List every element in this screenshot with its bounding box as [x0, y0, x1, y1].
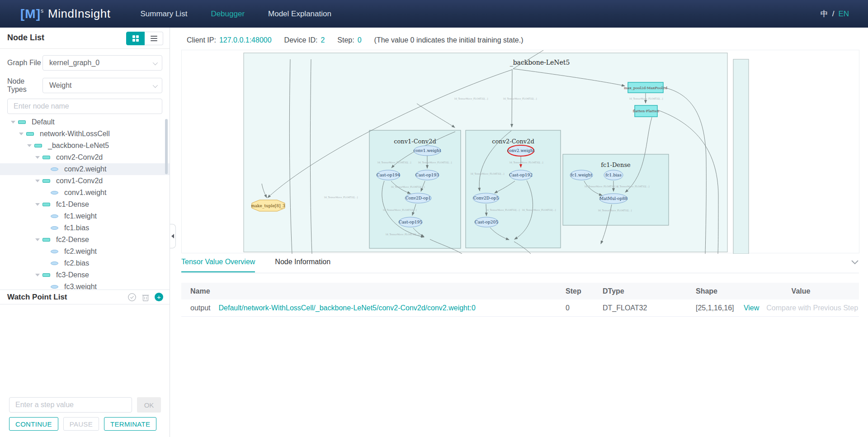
tree-view-button[interactable]: [126, 32, 145, 45]
right-scope-rect[interactable]: [733, 59, 749, 254]
tree-item-conv1-Conv2d[interactable]: conv1-Conv2d: [0, 175, 170, 187]
col-step: Step: [561, 287, 595, 295]
delete-icon[interactable]: [142, 293, 150, 302]
lang-zh[interactable]: 中: [821, 9, 828, 19]
caret-down-icon[interactable]: [27, 144, 34, 147]
tree-item-_backbone-LeNet5[interactable]: _backbone-LeNet5: [0, 140, 170, 152]
navbar: [M] s MindInsight Summary List Debugger …: [0, 0, 868, 28]
tree-item-conv2-Conv2d[interactable]: conv2-Conv2d: [0, 152, 170, 163]
tree-scrollbar-thumb[interactable]: [165, 119, 168, 174]
sidebar-collapse-handle[interactable]: [170, 224, 176, 248]
mindinsight-logo[interactable]: [M] s MindInsight: [20, 7, 110, 21]
nav-tab-summary-list[interactable]: Summary List: [128, 0, 199, 28]
caret-down-icon[interactable]: [35, 180, 42, 182]
chevron-down-icon[interactable]: [851, 260, 859, 265]
tab-tensor-value-overview[interactable]: Tensor Value Overview: [181, 258, 255, 272]
edge-label: 16_TensorMove_FLOAT32[...]: [522, 209, 556, 212]
fc1-bias-label: fc1.bias: [605, 173, 622, 177]
max-pool2d-label: max_pool2d-MaxPool2d: [624, 86, 667, 90]
tree-item-label: Default: [32, 118, 55, 126]
conv2-subgraph-label: conv2-Conv2d: [492, 138, 534, 145]
node-types-row: Node Types Weight: [7, 78, 162, 93]
edge-label: 16_TensorMove_FLOAT32[...]: [616, 185, 650, 188]
conv2d-op5-label: Conv2D-op5: [473, 196, 499, 200]
node-search-input[interactable]: [7, 99, 162, 114]
graph-file-select[interactable]: kernel_graph_0: [42, 55, 162, 71]
terminate-button[interactable]: TERMINATE: [104, 417, 156, 431]
tree-item-fc3.weight[interactable]: fc3.weight: [0, 281, 170, 290]
logo-bracket: [M]: [20, 7, 41, 21]
tree-item-network-WithLossCell[interactable]: network-WithLossCell: [0, 128, 170, 140]
graph-file-label: Graph File: [7, 59, 42, 67]
tensor-table: Name Step DType Shape Value output Defau…: [181, 283, 859, 317]
cast-op205-label: Cast-op205: [475, 220, 498, 224]
scope-node-icon: [42, 203, 50, 206]
graph-file-row: Graph File kernel_graph_0: [7, 55, 162, 71]
watch-point-header: Watch Point List +: [0, 290, 170, 304]
leaf-node-icon: [51, 191, 58, 195]
client-ip-value: 127.0.0.1:48000: [219, 36, 272, 44]
tensor-name: output: [190, 304, 210, 312]
list-view-button[interactable]: [145, 32, 163, 45]
caret-down-icon[interactable]: [35, 156, 42, 159]
tree-item-fc2.weight[interactable]: fc2.weight: [0, 246, 170, 257]
compare-previous-step-link[interactable]: Compare with Previous Step: [766, 304, 858, 312]
caret-down-icon[interactable]: [11, 121, 18, 124]
lang-en[interactable]: EN: [838, 10, 849, 19]
caret-down-icon[interactable]: [35, 238, 42, 241]
debug-controls: OK CONTINUE PAUSE TERMINATE: [0, 304, 170, 437]
edge-label: 16_TensorMove_FLOAT32[...]: [585, 185, 618, 188]
tree-item-fc1.weight[interactable]: fc1.weight: [0, 210, 170, 222]
chevron-down-icon: [153, 60, 158, 65]
conv2d-op1-label: Conv2D-op1: [406, 196, 431, 200]
cast-op193-label: Cast-op193: [415, 173, 439, 177]
tree-item-label: fc1-Dense: [56, 200, 89, 209]
tree-item-fc3-Dense[interactable]: fc3-Dense: [0, 269, 170, 281]
add-watch-point-button[interactable]: +: [155, 293, 163, 301]
tensor-node-link[interactable]: Default/network-WithLossCell/_backbone-L…: [218, 304, 475, 312]
tree-item-label: conv1.weight: [64, 189, 106, 197]
nav-tab-debugger[interactable]: Debugger: [199, 0, 256, 28]
tab-node-information[interactable]: Node Information: [275, 258, 330, 271]
pause-button[interactable]: PAUSE: [63, 417, 99, 431]
leaf-node-icon: [51, 167, 58, 171]
tree-item-conv1.weight[interactable]: conv1.weight: [0, 187, 170, 199]
fc1-weight-label: fc1.weight: [571, 173, 592, 177]
node-types-select[interactable]: Weight: [42, 78, 162, 93]
tree-item-label: conv2-Conv2d: [56, 153, 103, 162]
caret-down-icon[interactable]: [19, 133, 26, 135]
session-info-bar: Client IP: 127.0.0.1:48000 Device ID: 2 …: [187, 34, 524, 47]
caret-down-icon[interactable]: [35, 274, 42, 276]
nav-tab-model-explanation[interactable]: Model Explanation: [256, 0, 343, 28]
view-link[interactable]: View: [744, 304, 759, 312]
lang-separator: /: [832, 10, 835, 19]
step-value-input[interactable]: [9, 397, 132, 413]
tree-item-fc2-Dense[interactable]: fc2-Dense: [0, 234, 170, 246]
edge-label: 16_TensorMove_FLOAT32[...]: [377, 161, 411, 164]
tree-item-label: fc3-Dense: [56, 271, 89, 279]
caret-down-icon[interactable]: [35, 203, 42, 206]
conv1-subgraph-label: conv1-Conv2d: [394, 138, 436, 145]
tree-item-conv2.weight[interactable]: conv2.weight: [0, 163, 170, 175]
continue-button[interactable]: CONTINUE: [9, 417, 58, 431]
check-all-icon[interactable]: [127, 293, 137, 302]
fc1-subgraph-label: fc1-Dense: [601, 162, 631, 168]
tree-item-fc1-Dense[interactable]: fc1-Dense: [0, 199, 170, 210]
table-header: Name Step DType Shape Value: [181, 283, 859, 299]
leaf-node-icon: [51, 226, 58, 230]
device-id-label: Device ID:: [284, 36, 318, 44]
col-value: Value: [743, 287, 859, 295]
edge-label: 16_TensorMove_FLOAT32[...]: [503, 97, 537, 100]
tree-item-Default[interactable]: Default: [0, 116, 170, 128]
conv1-weight-label: conv1.weight: [413, 148, 441, 153]
tree-item-label: conv1-Conv2d: [56, 177, 103, 185]
tree-item-fc2.bias[interactable]: fc2.bias: [0, 257, 170, 269]
graph-canvas[interactable]: _backbone-LeNet5 conv1-Conv2d conv2-Conv…: [181, 50, 859, 253]
tensor-step: 0: [561, 304, 595, 312]
ok-button[interactable]: OK: [137, 397, 161, 413]
step-value: 0: [358, 36, 362, 44]
edge-label: 16_TensorMove_FLOAT32[...]: [471, 172, 505, 176]
tree-item-fc1.bias[interactable]: fc1.bias: [0, 222, 170, 234]
scope-node-icon: [26, 132, 34, 136]
cast-op195-label: Cast-op195: [399, 220, 422, 224]
